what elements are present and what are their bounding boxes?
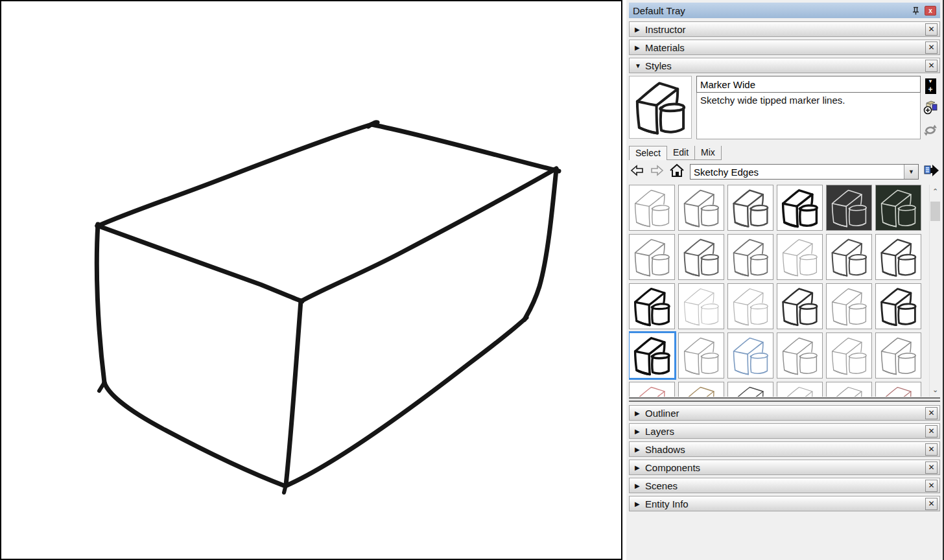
style-thumbnail[interactable] [875,332,921,379]
style-thumbnail[interactable] [826,283,872,329]
panel-label: Layers [645,426,925,437]
panel-header-entity-info[interactable]: ▶Entity Info✕ [629,496,940,511]
panel-header-layers[interactable]: ▶Layers✕ [629,423,940,439]
panel-close-icon[interactable]: ✕ [925,461,938,474]
chevron-right-icon: ▶ [635,410,645,417]
style-description-field[interactable]: Sketchy wide tipped marker lines. [696,93,921,139]
bottom-panels: ▶Outliner✕▶Layers✕▶Shadows✕▶Components✕▶… [629,405,940,511]
chevron-right-icon: ▶ [635,428,645,435]
home-icon[interactable] [669,163,685,180]
chevron-right-icon: ▶ [635,464,645,471]
tray-titlebar: Default Tray x [629,3,940,18]
chevron-right-icon: ▶ [635,500,645,508]
grid-scrollbar[interactable]: ⌃ ⌄ [929,185,940,397]
style-name-input[interactable] [696,76,921,93]
panel-label: Scenes [645,480,925,491]
active-style-preview [629,76,692,139]
style-thumbnail[interactable] [629,185,675,231]
default-tray: Default Tray x ▶Instructor✕▶Materials✕ ▼ [626,0,944,560]
forward-icon[interactable] [650,164,664,180]
style-thumbnail[interactable] [826,185,872,231]
style-thumbnail[interactable] [727,382,773,397]
panel-header-styles[interactable]: ▼ Styles ✕ [629,58,940,73]
styles-grid [629,185,928,397]
style-thumbnail[interactable] [826,234,872,280]
panel-close-icon[interactable]: ✕ [925,425,938,438]
panel-header-materials[interactable]: ▶Materials✕ [629,40,940,55]
chevron-right-icon: ▶ [635,482,645,489]
panel-label: Shadows [645,444,925,455]
panel-close-icon[interactable]: ✕ [925,407,938,419]
panel-close-icon[interactable]: ✕ [925,498,938,510]
style-thumbnail[interactable] [875,382,921,397]
panel-header-instructor[interactable]: ▶Instructor✕ [629,21,940,37]
style-thumbnail[interactable] [777,283,823,329]
panel-close-icon[interactable]: ✕ [925,480,938,492]
style-thumbnail[interactable] [727,234,773,280]
create-style-icon[interactable] [923,100,938,118]
tab-edit[interactable]: Edit [667,146,695,160]
panel-header-shadows[interactable]: ▶Shadows✕ [629,441,940,457]
top-panels: ▶Instructor✕▶Materials✕ [629,21,940,55]
styles-tab-strip: SelectEditMix [629,146,940,160]
panel-label: Instructor [645,24,925,35]
style-thumbnail[interactable] [777,332,823,379]
style-thumbnail[interactable] [629,283,675,329]
update-style-icon[interactable] [923,124,938,139]
panel-header-outliner[interactable]: ▶Outliner✕ [629,405,940,421]
styles-panel-body: Sketchy wide tipped marker lines. ▼+ [629,76,940,139]
panel-label: Outliner [645,408,925,419]
tray-close-icon[interactable]: x [925,6,936,16]
scroll-up-icon[interactable]: ⌃ [930,186,940,197]
panel-close-icon[interactable]: ✕ [925,60,938,72]
style-thumbnail[interactable] [777,185,823,231]
tray-title: Default Tray [633,5,912,16]
style-thumbnail[interactable] [875,234,921,280]
chevron-right-icon: ▶ [635,26,645,33]
style-thumbnail[interactable] [826,332,872,379]
style-thumbnail[interactable] [678,234,724,280]
styles-grid-wrap: ⌃ ⌄ [629,185,940,397]
style-thumbnail[interactable] [727,185,773,231]
style-thumbnail[interactable] [777,234,823,280]
dropdown-value: Sketchy Edges [690,167,904,178]
style-thumbnail[interactable] [678,283,724,329]
style-thumbnail[interactable] [875,283,921,329]
sketchy-box-drawing [1,1,621,559]
panel-header-components[interactable]: ▶Components✕ [629,460,940,475]
style-thumbnail[interactable] [678,332,724,379]
scroll-down-icon[interactable]: ⌄ [930,384,940,395]
secondary-pane-icon[interactable]: ▼+ [925,78,936,94]
panel-label: Materials [645,42,925,53]
style-thumbnail[interactable] [629,332,675,379]
grid-resize-splitter[interactable] [629,397,940,402]
style-thumbnail[interactable] [678,185,724,231]
panel-label: Styles [645,60,925,71]
style-thumbnail[interactable] [629,234,675,280]
pin-icon[interactable] [912,6,919,15]
panel-header-scenes[interactable]: ▶Scenes✕ [629,478,940,493]
style-thumbnail[interactable] [678,382,724,397]
styles-nav-row: Sketchy Edges ▼ [629,160,940,182]
tab-mix[interactable]: Mix [695,146,722,160]
panel-close-icon[interactable]: ✕ [925,41,938,54]
style-details-arrow-icon[interactable] [923,163,940,181]
style-collection-dropdown[interactable]: Sketchy Edges ▼ [690,164,919,180]
chevron-down-icon: ▼ [635,62,645,69]
chevron-right-icon: ▶ [635,446,645,453]
style-thumbnail[interactable] [826,382,872,397]
style-thumbnail[interactable] [629,382,675,397]
back-icon[interactable] [630,164,644,180]
tab-select[interactable]: Select [629,146,667,160]
style-thumbnail[interactable] [727,332,773,379]
panel-close-icon[interactable]: ✕ [925,443,938,456]
scrollbar-thumb[interactable] [930,202,940,221]
style-thumbnail[interactable] [875,185,921,231]
style-thumbnail[interactable] [727,283,773,329]
style-thumbnail[interactable] [777,382,823,397]
panel-close-icon[interactable]: ✕ [925,23,938,36]
panel-label: Entity Info [645,498,925,509]
model-canvas[interactable] [0,0,622,560]
chevron-right-icon: ▶ [635,44,645,51]
dropdown-arrow-icon[interactable]: ▼ [904,165,918,179]
